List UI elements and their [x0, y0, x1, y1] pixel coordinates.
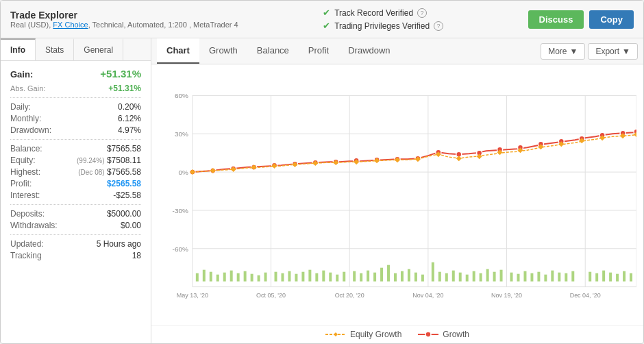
highest-note: (Dec 08) [78, 169, 104, 176]
chart-tab-drawdown[interactable]: Drawdown [338, 38, 399, 64]
svg-rect-50 [380, 268, 383, 282]
svg-rect-35 [275, 272, 277, 282]
svg-rect-63 [473, 271, 475, 282]
svg-rect-61 [459, 273, 462, 282]
svg-rect-51 [387, 265, 390, 282]
svg-rect-56 [421, 275, 424, 282]
monthly-label: Monthly: [10, 114, 41, 123]
svg-text:Nov 04, '20: Nov 04, '20 [412, 292, 443, 299]
svg-rect-68 [510, 273, 513, 282]
export-chevron-icon: ▼ [622, 47, 630, 56]
equity-value: (99.24%) $7508.11 [77, 156, 141, 165]
chart-tab-growth[interactable]: Growth [199, 38, 247, 64]
chart-svg: 60% 30% 0% -30% -60% May 13, '20 Oct 05,… [158, 71, 636, 318]
svg-rect-83 [623, 271, 626, 282]
svg-rect-38 [295, 274, 297, 282]
equity-line-icon [325, 330, 346, 339]
svg-rect-30 [237, 273, 240, 282]
svg-rect-70 [523, 271, 526, 282]
svg-rect-67 [500, 270, 503, 282]
abs-gain-value: +51.31% [108, 84, 141, 93]
svg-rect-39 [301, 272, 304, 282]
balance-value: $7565.58 [107, 144, 141, 153]
svg-rect-48 [367, 271, 369, 282]
svg-rect-74 [551, 271, 554, 282]
svg-rect-31 [244, 271, 247, 282]
check-icon-privileges: ✔ [323, 21, 330, 31]
svg-text:-60%: -60% [173, 245, 188, 253]
svg-text:0%: 0% [178, 169, 188, 176]
left-panel: Info Stats General Gain: +51.31% Abs. Ga… [1, 38, 151, 343]
svg-marker-132 [334, 332, 338, 336]
growth-legend-label: Growth [443, 330, 469, 339]
tracking-label: Tracking [10, 251, 42, 260]
tab-info[interactable]: Info [1, 38, 36, 60]
svg-rect-34 [264, 273, 267, 282]
svg-rect-27 [216, 275, 219, 282]
chart-tab-chart[interactable]: Chart [157, 38, 199, 64]
withdrawals-label: Withdrawals: [10, 221, 58, 230]
app-title: Trade Explorer [10, 10, 238, 21]
svg-rect-77 [571, 271, 574, 282]
svg-rect-69 [517, 274, 520, 282]
equity-amount: $7508.11 [107, 156, 141, 165]
highest-value: (Dec 08) $7565.58 [78, 167, 141, 177]
updated-value: 5 Hours ago [97, 239, 141, 249]
left-tab-bar: Info Stats General [1, 38, 151, 61]
copy-button[interactable]: Copy [589, 10, 634, 29]
highest-amount: $7565.58 [107, 167, 141, 177]
svg-rect-40 [308, 270, 311, 282]
drawdown-value: 4.97% [118, 125, 141, 135]
svg-rect-32 [251, 274, 253, 282]
drawdown-row: Drawdown: 4.97% [10, 125, 141, 135]
more-button[interactable]: More ▼ [541, 43, 585, 60]
svg-rect-66 [493, 272, 496, 282]
svg-rect-82 [616, 274, 619, 282]
export-button[interactable]: Export ▼ [588, 43, 638, 60]
tab-general[interactable]: General [74, 38, 123, 60]
discuss-button[interactable]: Discuss [528, 10, 584, 29]
gain-label: Gain: [10, 69, 33, 79]
svg-rect-78 [589, 272, 591, 282]
main-content: Info Stats General Gain: +51.31% Abs. Ga… [1, 38, 643, 343]
gain-row: Gain: +51.31% [10, 68, 141, 79]
abs-gain-row: Abs. Gain: +51.31% [10, 84, 141, 93]
svg-rect-65 [486, 269, 489, 282]
chart-tab-profit[interactable]: Profit [299, 38, 338, 64]
chart-tab-balance[interactable]: Balance [247, 38, 299, 64]
svg-rect-41 [315, 273, 318, 282]
svg-rect-29 [230, 271, 233, 282]
tracking-row: Tracking 18 [10, 251, 141, 260]
fx-choice-link[interactable]: FX Choice [53, 21, 88, 29]
divider-2 [10, 139, 141, 140]
chart-actions: More ▼ Export ▼ [541, 43, 638, 60]
svg-rect-54 [408, 269, 410, 282]
svg-rect-45 [343, 272, 345, 282]
svg-rect-36 [281, 273, 284, 282]
verification-badges: ✔ Track Record Verified ? ✔ Trading Priv… [323, 8, 443, 31]
interest-value: -$25.58 [113, 191, 141, 200]
abs-gain-label: Abs. Gain: [10, 84, 45, 93]
svg-rect-37 [288, 271, 290, 282]
balance-row: Balance: $7565.58 [10, 144, 141, 153]
svg-text:Dec 04, '20: Dec 04, '20 [570, 292, 601, 299]
updated-row: Updated: 5 Hours ago [10, 239, 141, 249]
svg-rect-72 [537, 272, 540, 282]
svg-rect-25 [203, 270, 206, 282]
svg-text:May 13, '20: May 13, '20 [177, 292, 208, 299]
profit-row: Profit: $2565.58 [10, 179, 141, 188]
svg-rect-80 [602, 271, 605, 282]
interest-row: Interest: -$25.58 [10, 191, 141, 200]
svg-rect-57 [432, 262, 434, 282]
track-record-help-icon[interactable]: ? [417, 8, 427, 18]
drawdown-label: Drawdown: [10, 125, 51, 135]
privileges-help-icon[interactable]: ? [434, 21, 443, 31]
svg-rect-49 [373, 273, 376, 282]
tab-stats[interactable]: Stats [36, 38, 74, 60]
withdrawals-value: $0.00 [121, 221, 141, 230]
svg-rect-64 [480, 273, 482, 282]
withdrawals-row: Withdrawals: $0.00 [10, 221, 141, 230]
track-record-badge: ✔ Track Record Verified ? [323, 8, 443, 18]
svg-rect-44 [336, 275, 338, 282]
header: Trade Explorer Real (USD), FX Choice, Te… [1, 1, 643, 38]
